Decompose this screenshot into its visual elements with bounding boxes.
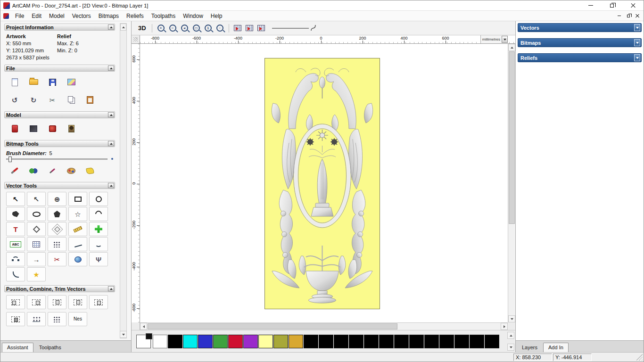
palette-swatch-8[interactable] [273,335,288,348]
2d-view-canvas[interactable] [140,44,508,322]
centre-in-page-icon[interactable] [6,312,25,326]
scroll-right-icon[interactable] [501,323,508,330]
align-left-icon[interactable] [6,295,25,309]
open-file-icon[interactable] [25,74,42,90]
palette-swatch-19[interactable] [439,335,454,348]
create-star-icon[interactable]: ☆ [68,207,87,221]
zoom-out-icon[interactable]: − [167,23,178,34]
block-nest-icon[interactable] [48,312,66,326]
units-dropdown-icon[interactable] [502,36,508,43]
palette-swatch-11[interactable] [319,335,333,348]
palette-swatch-17[interactable] [409,335,424,348]
colour-palette-icon[interactable] [63,163,80,178]
flood-fill-icon[interactable] [82,163,99,178]
paint-brush-icon[interactable] [6,163,23,178]
tab-toolpaths[interactable]: Toolpaths [34,343,66,352]
palette-swatch-2[interactable] [183,335,198,348]
nesting-icon[interactable]: Nes [68,312,87,326]
menu-item-bitmaps[interactable]: Bitmaps [95,11,123,21]
menu-item-model[interactable]: Model [45,11,68,21]
vector-text-icon[interactable]: ABC [6,237,25,251]
fillet-vectors-icon[interactable] [6,267,25,281]
vertical-scrollbar[interactable] [508,44,515,322]
palette-swatch-22[interactable] [485,335,499,348]
reliefs-dropdown-icon[interactable] [634,54,640,61]
preview-relief-layer-icon[interactable] [256,23,267,34]
assistant-scrollbar[interactable] [120,23,127,338]
palette-swatch-0[interactable] [153,335,167,348]
touch-up-brush-icon[interactable] [44,163,61,178]
offset-vector-icon[interactable] [48,222,66,236]
select-vectors-icon[interactable]: ↖ [6,192,25,206]
export-image-icon[interactable] [63,74,80,90]
mdi-close-button[interactable] [633,12,642,20]
scroll-left-icon[interactable] [140,323,147,330]
vertical-scroll-thumb[interactable] [509,51,515,224]
palette-swatch-12[interactable] [334,335,348,348]
scroll-up-icon[interactable] [508,44,515,51]
palette-swatch-15[interactable] [379,335,394,348]
create-rectangle-icon[interactable] [68,192,87,206]
position-combine-trim-header[interactable]: Position, Combine, Trim Vectors [4,285,115,292]
fit-polyline-icon[interactable] [68,237,87,251]
vectors-dropdown-icon[interactable] [634,24,640,31]
adjust-lighting-icon[interactable] [25,121,42,136]
palette-swatch-3[interactable] [198,335,213,348]
palette-swatch-18[interactable] [424,335,439,348]
create-text-icon[interactable]: T [6,222,25,236]
align-top-icon[interactable] [48,295,66,309]
menu-item-window[interactable]: Window [179,11,207,21]
scroll-down-icon[interactable] [507,344,514,351]
redo-icon[interactable]: ↻ [25,92,42,107]
greyscale-preview-icon[interactable] [63,121,80,136]
tab-assistant[interactable]: Assistant [2,343,33,352]
block-copy-icon[interactable] [48,237,66,251]
bitmaps-layer-bar[interactable]: Bitmaps [518,38,642,47]
palette-swatch-1[interactable] [168,335,182,348]
menu-item-toolpaths[interactable]: Toolpaths [148,11,179,21]
stamp-relief-icon[interactable] [44,121,61,136]
palette-swatch-6[interactable] [243,335,258,348]
zoom-objects-icon[interactable]: ▫ [215,23,225,34]
vectors-layer-bar[interactable]: Vectors [518,23,642,32]
collapse-section-icon[interactable] [108,286,114,291]
menu-item-vectors[interactable]: Vectors [68,11,95,21]
slider-track[interactable] [6,158,107,160]
paste-icon[interactable] [82,92,99,107]
cut-icon[interactable]: ✂ [44,92,61,107]
mdi-restore-button[interactable] [624,12,633,20]
bitmap-contrast-slider[interactable] [272,28,309,29]
node-editing-icon[interactable]: ↖ [27,192,46,206]
zoom-1to1-icon[interactable]: 1 [203,23,214,34]
collapse-section-icon[interactable] [108,183,114,188]
palette-swatch-7[interactable] [258,335,273,348]
collapse-section-icon[interactable] [108,112,114,117]
zoom-in-icon[interactable]: + [156,23,166,34]
align-centre-icon[interactable] [89,295,108,309]
toggle-bitmap-view-icon[interactable] [232,23,243,34]
menu-item-file[interactable]: File [11,11,28,21]
scroll-down-icon[interactable] [120,331,127,338]
join-vectors-icon[interactable] [6,252,25,266]
palette-swatch-21[interactable] [470,335,484,348]
new-model-icon[interactable] [6,74,23,90]
tab-add-in[interactable]: Add In [543,343,569,352]
palette-swatch-13[interactable] [349,335,363,348]
restore-button[interactable] [601,0,622,10]
zoom-previous-icon[interactable]: ◂ [179,23,190,34]
switch-3d-view-button[interactable]: 3D [136,23,149,34]
horizontal-scroll-thumb[interactable] [148,323,397,329]
palette-swatch-10[interactable] [304,335,318,348]
palette-swatch-20[interactable] [454,335,469,348]
undo-icon[interactable]: ↺ [6,92,23,107]
fit-arcs-icon[interactable] [89,237,108,251]
measure-tool-icon[interactable] [68,222,87,236]
tab-layers[interactable]: Layers [517,343,542,352]
bitmap-to-vector-icon[interactable] [27,237,46,251]
menu-item-help[interactable]: Help [207,11,226,21]
close-vector-icon[interactable]: → [27,252,46,266]
horizontal-scrollbar[interactable] [140,322,508,330]
extrude-vector-icon[interactable] [68,252,87,266]
palette-swatch-14[interactable] [364,335,379,348]
scroll-up-icon[interactable] [507,332,514,339]
